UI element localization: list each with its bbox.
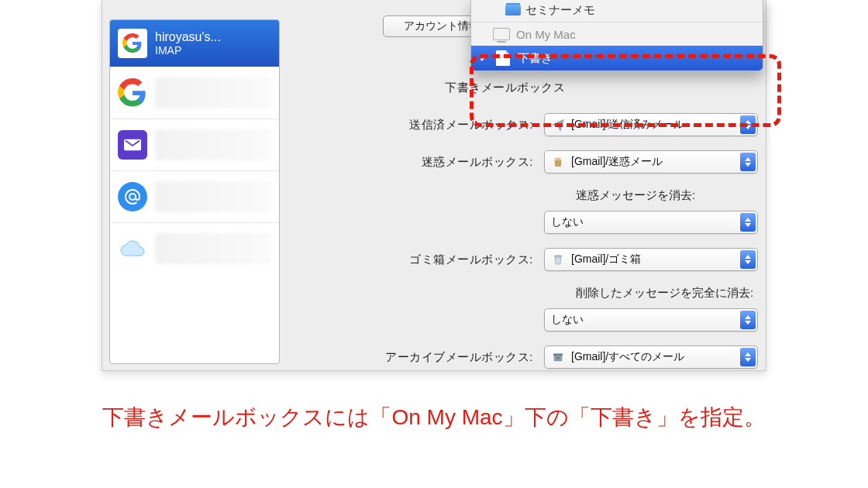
chevron-updown-icon [740,348,756,366]
google-icon [118,78,147,108]
menu-item-label: セミナーメモ [525,3,595,18]
row-sent: 送信済メールボックス: [Gmail]/送信済みメール [290,112,758,138]
menu-item-selected[interactable]: ✓ 下書き [471,46,763,70]
popup-trash[interactable]: [Gmail]/ゴミ箱 [544,248,758,271]
preferences-window: hiroyasu's... IMAP [102,0,766,371]
row-junk: 迷惑メールボックス: [Gmail]/迷惑メール [290,149,758,175]
menu-item-label: 下書き [518,51,553,66]
cloud-icon [118,234,147,263]
computer-icon [493,28,510,40]
chevron-updown-icon [740,250,756,269]
row-archive: アーカイブメールボックス: [Gmail]/すべてのメール [290,344,758,370]
archive-box-icon [551,350,565,364]
sent-plane-icon [551,118,565,132]
popup-value: [Gmail]/ゴミ箱 [571,253,641,266]
popup-sent[interactable]: [Gmail]/送信済みメール [544,113,758,136]
tab-label: アカウント情報 [404,19,480,33]
popup-trash-erase[interactable]: しない [544,308,758,332]
redacted-text [155,181,271,212]
sidebar-account-protocol: IMAP [155,44,221,57]
redacted-text [155,233,271,264]
popup-value: しない [551,215,584,229]
sidebar-account-name: hiroyasu's... [155,30,221,44]
popup-junk[interactable]: [Gmail]/迷惑メール [544,150,758,174]
account-sidebar: hiroyasu's... IMAP [109,19,280,364]
svg-rect-4 [554,356,563,362]
menu-section-label: On My Mac [516,28,576,41]
junk-bag-icon [551,155,565,169]
annotation-caption: 下書きメールボックスには「On My Mac」下の「下書き」を指定。 [0,403,868,432]
folder-icon [505,5,521,15]
label-archive: アーカイブメールボックス: [290,350,536,365]
sidebar-item[interactable] [110,222,279,274]
label-junk-erase: 迷惑メッセージを消去: [576,188,695,203]
popup-value: [Gmail]/送信済みメール [571,118,684,132]
popup-value: [Gmail]/迷惑メール [571,155,663,169]
svg-point-1 [129,194,136,200]
popup-archive[interactable]: [Gmail]/すべてのメール [544,345,758,369]
row-junk-erase-label: 迷惑メッセージを消去: [290,186,758,204]
menu-item-folder[interactable]: セミナーメモ [471,0,763,22]
mailbox-dropdown-menu[interactable]: セミナーメモ On My Mac ✓ 下書き [470,0,763,71]
chevron-updown-icon [740,115,756,134]
popup-junk-erase[interactable]: しない [544,211,758,234]
sidebar-item-selected[interactable]: hiroyasu's... IMAP [110,20,279,67]
label-drafts: 下書きメールボックス [290,81,568,95]
sidebar-item[interactable] [110,67,279,119]
row-drafts: 下書きメールボックス [290,74,758,101]
google-icon [118,29,147,58]
svg-rect-5 [557,357,560,359]
trash-can-icon [551,253,565,266]
svg-rect-2 [555,256,562,257]
row-trash-erase: しない [290,307,758,333]
menu-section-on-my-mac: On My Mac [471,22,763,46]
row-junk-erase: しない [290,209,758,235]
draft-doc-icon [496,50,510,66]
label-trash-erase: 削除したメッセージを完全に消去: [576,286,753,301]
svg-rect-3 [553,354,563,356]
sidebar-item[interactable] [110,119,279,170]
chevron-updown-icon [740,213,756,232]
popup-value: しない [551,313,584,327]
check-icon: ✓ [479,51,489,65]
redacted-text [155,129,271,160]
popup-value: [Gmail]/すべてのメール [571,350,684,364]
label-junk: 迷惑メールボックス: [290,155,536,170]
label-sent: 送信済メールボックス: [290,118,536,132]
redacted-text [155,77,271,108]
row-trash: ゴミ箱メールボックス: [Gmail]/ゴミ箱 [290,246,758,273]
label-trash: ゴミ箱メールボックス: [290,253,536,267]
mail-icon [118,130,147,160]
chevron-updown-icon [740,311,756,329]
row-trash-erase-label: 削除したメッセージを完全に消去: [290,284,758,302]
chevron-updown-icon [740,153,756,171]
sidebar-item[interactable] [110,170,279,222]
at-icon [118,182,147,211]
